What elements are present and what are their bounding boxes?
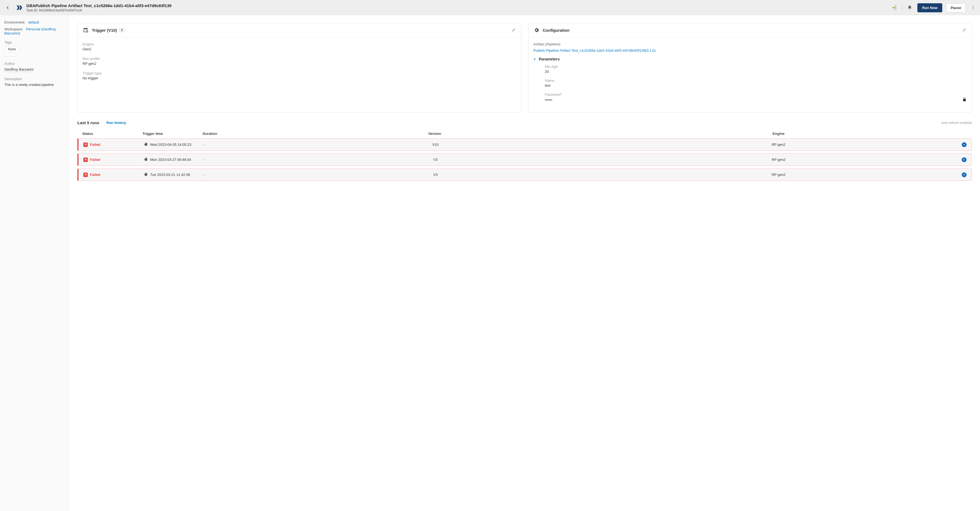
run-now-button[interactable]: Run Now: [917, 3, 942, 12]
status-cell: ✕ Failed: [83, 143, 143, 147]
env-label: Environment:: [5, 20, 25, 24]
gear-icon: [533, 27, 539, 33]
svg-point-0: [973, 5, 974, 6]
hand-icon: [143, 142, 148, 147]
config-edit-button[interactable]: [962, 28, 967, 33]
pause-button[interactable]: Pause: [946, 3, 966, 12]
lock-icon: [962, 97, 967, 103]
app-logo: [15, 4, 23, 11]
password-label: Password*: [545, 92, 967, 97]
author-label: Author: [5, 62, 65, 66]
task-id: Task ID: 641989be24a4597e454f7e18: [26, 8, 887, 12]
expand-button[interactable]: [962, 142, 967, 147]
profile-label: Run profile: [83, 57, 516, 61]
trigger-badge: 0: [119, 28, 125, 32]
type-label: Trigger type: [83, 71, 516, 75]
artifact-link[interactable]: Publish Pipeline Artifact Test_c1c5268a-…: [533, 48, 967, 53]
col-engine: Engine: [607, 132, 951, 136]
minage-value: 20: [545, 70, 967, 73]
calendar-icon: [83, 27, 89, 33]
artifact-label: Artifact (Pipeline): [533, 42, 967, 46]
main: Trigger (V10) 0 Engine Gen2 R: [69, 15, 980, 511]
env-row: Environment: default: [5, 20, 65, 24]
status-text: Failed: [90, 173, 100, 177]
status-cell: ✕ Failed: [83, 173, 143, 177]
engine-cell: RP gen2: [607, 143, 950, 146]
env-link[interactable]: default: [28, 20, 39, 24]
runs-body: ✕ Failed Wed 2023-04-05 14:05:23 - V10 R…: [77, 138, 972, 181]
page-title: GBAPublish Pipeline Artifact Test_c1c526…: [26, 3, 887, 8]
trigger-card: Trigger (V10) 0 Engine Gen2 R: [77, 23, 521, 113]
profile-value: RP gen2: [83, 62, 516, 66]
sidebar-divider: [5, 56, 15, 57]
run-row[interactable]: ✕ Failed Tue 2023-03-21 11:42:36 - V3 RP…: [77, 169, 972, 181]
auto-refresh-label: Auto-refresh enabled: [941, 121, 972, 125]
header: GBAPublish Pipeline Artifact Test_c1c526…: [0, 0, 980, 15]
exit-icon[interactable]: [890, 4, 898, 11]
bell-icon[interactable]: [906, 4, 913, 11]
runs-title: Last 5 runs: [77, 120, 99, 125]
ws-row: Workspace: Personal (Geoffroy Baccarini): [5, 27, 65, 35]
runs-table-head: Status Trigger time Duration Version Eng…: [77, 129, 972, 138]
type-value: No trigger: [83, 76, 516, 80]
run-row[interactable]: ✕ Failed Mon 2023-03-27 09:48:04 - V3 RP…: [77, 153, 972, 166]
trigger-time: Tue 2023-03-21 11:42:36: [150, 173, 190, 177]
minage-label: Min Age: [545, 65, 967, 68]
chevron-down-icon: ▼: [533, 58, 536, 61]
status-cell: ✕ Failed: [83, 158, 143, 162]
engine-cell: RP gen2: [607, 158, 950, 162]
version-cell: V10: [264, 143, 607, 146]
col-version: Version: [263, 132, 607, 136]
tag-none: None: [5, 46, 19, 53]
ws-label: Workspace:: [5, 27, 23, 31]
engine-cell: RP gen2: [607, 173, 950, 177]
status-text: Failed: [90, 143, 100, 146]
hand-icon: [143, 172, 148, 177]
expand-button[interactable]: [962, 172, 967, 177]
header-divider: [902, 5, 902, 10]
password-value: ••••••: [545, 98, 552, 102]
version-cell: V3: [264, 173, 607, 177]
header-title-block: GBAPublish Pipeline Artifact Test_c1c526…: [26, 3, 887, 12]
sidebar: Environment: default Workspace: Personal…: [0, 15, 69, 511]
run-row[interactable]: ✕ Failed Wed 2023-04-05 14:05:23 - V10 R…: [77, 138, 972, 151]
trigger-cell: Tue 2023-03-21 11:42:36: [143, 172, 204, 177]
kebab-menu[interactable]: [970, 4, 977, 12]
header-actions: Run Now Pause: [890, 3, 977, 12]
name-label: Name: [545, 78, 967, 83]
col-duration: Duration: [203, 132, 263, 136]
x-icon: ✕: [83, 173, 88, 177]
trigger-cell: Mon 2023-03-27 09:48:04: [143, 157, 204, 162]
x-icon: ✕: [83, 158, 88, 162]
svg-point-2: [973, 8, 974, 9]
col-status: Status: [82, 132, 142, 136]
run-history-link[interactable]: Run history: [107, 121, 126, 125]
svg-point-1: [973, 7, 974, 8]
trigger-edit-button[interactable]: [512, 28, 516, 33]
runs-header: Last 5 runs Run history Auto-refresh ena…: [77, 120, 972, 125]
name-value: test: [545, 83, 967, 88]
status-text: Failed: [90, 158, 100, 162]
duration-cell: -: [204, 143, 264, 146]
hand-icon: [143, 157, 148, 162]
engine-label: Engine: [83, 42, 516, 46]
trigger-cell: Wed 2023-04-05 14:05:23: [143, 142, 204, 147]
tags-label: Tags: [5, 40, 65, 44]
config-card: Configuration Artifact (Pipeline) Publis…: [528, 23, 972, 113]
col-trigger: Trigger time: [142, 132, 203, 136]
trigger-time: Mon 2023-03-27 09:48:04: [150, 158, 191, 162]
engine-value: Gen2: [83, 47, 516, 51]
duration-cell: -: [204, 173, 264, 177]
x-icon: ✕: [83, 143, 88, 147]
params-toggle[interactable]: ▼ Parameters: [533, 57, 967, 61]
expand-button[interactable]: [962, 157, 967, 162]
author-name: Geoffroy Baccarini: [5, 67, 33, 72]
back-button[interactable]: [3, 3, 12, 12]
duration-cell: -: [204, 158, 264, 162]
desc-label: Description: [5, 77, 65, 81]
config-title: Configuration: [543, 28, 959, 33]
trigger-title: Trigger (V10) 0: [92, 28, 508, 33]
trigger-time: Wed 2023-04-05 14:05:23: [150, 143, 191, 146]
desc-value: This is a newly created pipeline: [5, 83, 65, 87]
version-cell: V3: [264, 158, 607, 162]
